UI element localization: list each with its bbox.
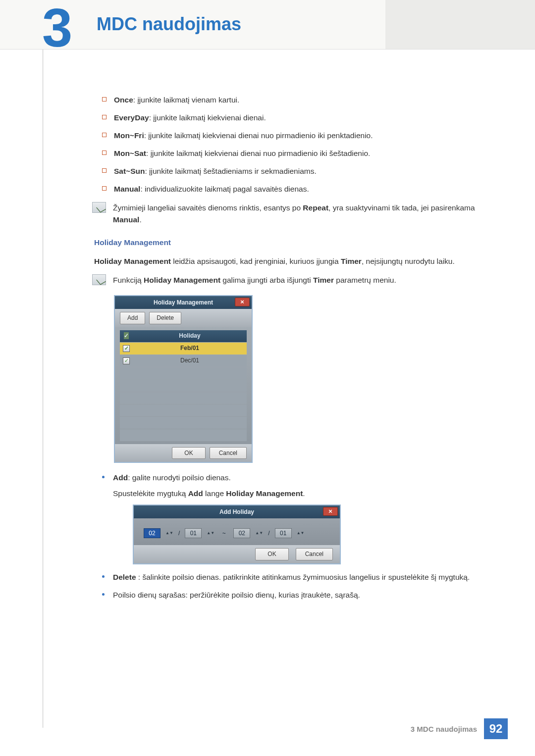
table-row[interactable]: ✓ Feb/01 <box>120 343 247 354</box>
note-repeat: Žymimieji langeliai savaitės dienoms rin… <box>92 202 478 226</box>
dialog-title: Holiday Management × <box>115 296 252 309</box>
spinner-icon[interactable]: ▲▼ <box>207 528 214 538</box>
list-item: Mon~Fri: įjunkite laikmatį kiekvienai di… <box>114 130 478 142</box>
hm-description: Holiday Management leidžia apsisaugoti, … <box>94 255 478 267</box>
list-item: Manual: individualizuokite laikmatį paga… <box>114 183 478 195</box>
row-checkbox[interactable]: ✓ <box>123 357 130 364</box>
list-item: Once: įjunkite laikmatį vienam kartui. <box>114 94 478 106</box>
side-rule <box>42 45 44 728</box>
note-text: Funkciją Holiday Management galima įjung… <box>113 274 478 286</box>
list-item: Sat~Sun: įjunkite laikmatį šeštadieniams… <box>114 165 478 177</box>
note-text: Žymimieji langeliai savaitės dienoms rin… <box>113 202 478 226</box>
chapter-title: MDC naudojimas <box>97 14 241 35</box>
empty-row <box>120 392 247 404</box>
empty-row <box>120 429 247 441</box>
list-item: EveryDay: įjunkite laikmatį kiekvienai d… <box>114 112 478 124</box>
ok-button[interactable]: OK <box>172 447 205 459</box>
close-button[interactable]: × <box>323 507 338 516</box>
from-month-field[interactable]: 02 <box>144 528 160 538</box>
page-footer: 3 MDC naudojimas 92 <box>411 718 508 739</box>
add-button[interactable]: Add <box>120 312 145 324</box>
table-row[interactable]: ✓ Dec/01 <box>120 355 247 367</box>
page-number: 92 <box>484 718 508 739</box>
cancel-button[interactable]: Cancel <box>296 548 333 560</box>
holiday-table: ✓ Holiday ✓ Feb/01 ✓ Dec/01 <box>120 330 247 441</box>
empty-row <box>120 404 247 416</box>
empty-row <box>120 367 247 379</box>
holiday-management-dialog: Holiday Management × Add Delete ✓ Holida… <box>114 295 253 463</box>
chapter-header: 3 MDC naudojimas <box>0 0 535 50</box>
add-subpara: Spustelėkite mygtuką Add lange Holiday M… <box>113 488 478 500</box>
repeat-options-list: Once: įjunkite laikmatį vienam kartui. E… <box>94 94 478 195</box>
cancel-button[interactable]: Cancel <box>210 447 247 459</box>
dialog-footer: OK Cancel <box>134 545 340 563</box>
empty-row <box>120 380 247 392</box>
table-header: ✓ Holiday <box>120 330 247 342</box>
check-all[interactable]: ✓ <box>120 331 133 341</box>
list-item-delete: Delete : šalinkite poilsio dienas. patik… <box>100 571 478 583</box>
from-day-field[interactable]: 01 <box>185 528 202 538</box>
list-item-add: Add: galite nurodyti poilsio dienas. Spu… <box>100 472 478 564</box>
to-day-field[interactable]: 01 <box>275 528 292 538</box>
note-icon <box>92 274 106 285</box>
footer-title: 3 MDC naudojimas <box>411 725 477 733</box>
close-button[interactable]: × <box>235 298 250 306</box>
add-holiday-dialog: Add Holiday × 02 ▲▼ / 01 ▲▼ ~ 02 ▲▼ / 01 <box>133 504 341 564</box>
row-checkbox[interactable]: ✓ <box>123 345 130 352</box>
hm-actions-list: Add: galite nurodyti poilsio dienas. Spu… <box>94 472 478 601</box>
spinner-icon[interactable]: ▲▼ <box>297 528 305 538</box>
spinner-icon[interactable]: ▲▼ <box>255 528 263 538</box>
list-item-list: Poilsio dienų sąrašas: peržiūrėkite poil… <box>100 589 478 601</box>
dialog-toolbar: Add Delete <box>115 309 252 327</box>
ok-button[interactable]: OK <box>255 548 288 560</box>
note-icon <box>92 202 106 213</box>
hm-note: Funkciją Holiday Management galima įjung… <box>92 274 478 286</box>
to-month-field[interactable]: 02 <box>233 528 250 538</box>
delete-button[interactable]: Delete <box>149 312 181 324</box>
dialog-footer: OK Cancel <box>115 444 252 462</box>
dialog-body: 02 ▲▼ / 01 ▲▼ ~ 02 ▲▼ / 01 ▲▼ <box>134 518 340 545</box>
chapter-number: 3 <box>42 0 72 59</box>
list-item: Mon~Sat: įjunkite laikmatį kiekvienai di… <box>114 148 478 159</box>
spinner-icon[interactable]: ▲▼ <box>165 528 173 538</box>
holiday-management-heading: Holiday Management <box>94 237 478 249</box>
dialog-title: Add Holiday × <box>134 505 340 518</box>
empty-row <box>120 417 247 429</box>
